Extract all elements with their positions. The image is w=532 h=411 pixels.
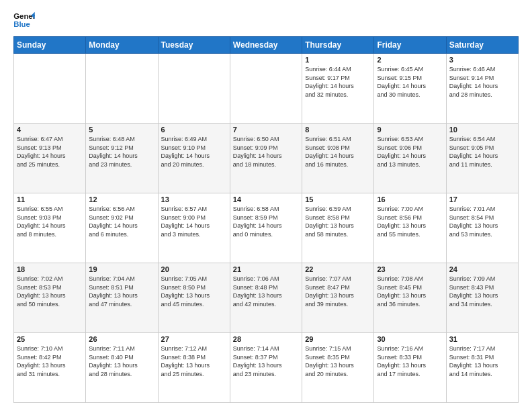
- calendar-cell: 25Sunrise: 7:10 AM Sunset: 8:42 PM Dayli…: [14, 333, 86, 403]
- calendar-cell: 4Sunrise: 6:47 AM Sunset: 9:13 PM Daylig…: [14, 124, 86, 193]
- weekday-header-saturday: Saturday: [446, 37, 518, 54]
- day-number: 12: [89, 195, 154, 203]
- day-number: 6: [161, 126, 227, 134]
- calendar-cell: 7Sunrise: 6:50 AM Sunset: 9:09 PM Daylig…: [230, 124, 302, 193]
- day-number: 22: [305, 265, 371, 273]
- day-info: Sunrise: 7:06 AM Sunset: 8:48 PM Dayligh…: [233, 275, 299, 308]
- day-info: Sunrise: 7:16 AM Sunset: 8:33 PM Dayligh…: [377, 345, 443, 378]
- day-info: Sunrise: 6:46 AM Sunset: 9:14 PM Dayligh…: [449, 65, 515, 99]
- calendar-cell: 10Sunrise: 6:54 AM Sunset: 9:05 PM Dayli…: [446, 124, 518, 193]
- day-number: 2: [377, 56, 443, 64]
- svg-text:Blue: Blue: [13, 20, 30, 28]
- day-info: Sunrise: 7:17 AM Sunset: 8:31 PM Dayligh…: [449, 345, 515, 378]
- day-number: 11: [17, 195, 83, 203]
- calendar-cell: [14, 54, 86, 124]
- week-row-2: 4Sunrise: 6:47 AM Sunset: 9:13 PM Daylig…: [14, 124, 519, 193]
- day-number: 28: [233, 335, 299, 343]
- day-info: Sunrise: 7:12 AM Sunset: 8:38 PM Dayligh…: [161, 345, 227, 378]
- calendar-cell: 20Sunrise: 7:05 AM Sunset: 8:50 PM Dayli…: [158, 263, 230, 333]
- day-number: 10: [449, 126, 515, 134]
- day-number: 17: [449, 195, 515, 203]
- day-info: Sunrise: 7:11 AM Sunset: 8:40 PM Dayligh…: [89, 345, 154, 378]
- day-number: 15: [305, 195, 371, 203]
- header: General Blue: [13, 11, 519, 30]
- calendar-cell: 28Sunrise: 7:14 AM Sunset: 8:37 PM Dayli…: [230, 333, 302, 403]
- day-info: Sunrise: 6:50 AM Sunset: 9:09 PM Dayligh…: [233, 135, 299, 169]
- day-number: 1: [305, 56, 371, 64]
- day-number: 21: [233, 265, 299, 273]
- week-row-1: 1Sunrise: 6:44 AM Sunset: 9:17 PM Daylig…: [14, 54, 519, 124]
- weekday-header-sunday: Sunday: [14, 37, 86, 54]
- weekday-header-tuesday: Tuesday: [158, 37, 230, 54]
- day-info: Sunrise: 7:05 AM Sunset: 8:50 PM Dayligh…: [161, 275, 227, 308]
- logo-icon: General Blue: [13, 11, 35, 30]
- day-info: Sunrise: 6:54 AM Sunset: 9:05 PM Dayligh…: [449, 135, 515, 169]
- day-number: 30: [377, 335, 443, 343]
- calendar-cell: 18Sunrise: 7:02 AM Sunset: 8:53 PM Dayli…: [14, 263, 86, 333]
- day-info: Sunrise: 7:10 AM Sunset: 8:42 PM Dayligh…: [17, 345, 83, 378]
- day-info: Sunrise: 6:55 AM Sunset: 9:03 PM Dayligh…: [17, 205, 83, 238]
- day-number: 25: [17, 335, 83, 343]
- calendar-cell: 15Sunrise: 6:59 AM Sunset: 8:58 PM Dayli…: [302, 193, 374, 263]
- day-info: Sunrise: 7:07 AM Sunset: 8:47 PM Dayligh…: [305, 275, 371, 308]
- day-info: Sunrise: 6:51 AM Sunset: 9:08 PM Dayligh…: [305, 135, 371, 169]
- day-info: Sunrise: 6:53 AM Sunset: 9:06 PM Dayligh…: [377, 135, 443, 169]
- week-row-3: 11Sunrise: 6:55 AM Sunset: 9:03 PM Dayli…: [14, 193, 519, 263]
- page: General Blue SundayMondayTuesdayWednesda…: [0, 0, 532, 411]
- day-number: 14: [233, 195, 299, 203]
- calendar-cell: 16Sunrise: 7:00 AM Sunset: 8:56 PM Dayli…: [374, 193, 446, 263]
- day-info: Sunrise: 7:14 AM Sunset: 8:37 PM Dayligh…: [233, 345, 299, 378]
- calendar-cell: 6Sunrise: 6:49 AM Sunset: 9:10 PM Daylig…: [158, 124, 230, 193]
- day-number: 8: [305, 126, 371, 134]
- day-info: Sunrise: 6:57 AM Sunset: 9:00 PM Dayligh…: [161, 205, 227, 238]
- day-number: 16: [377, 195, 443, 203]
- calendar-cell: 14Sunrise: 6:58 AM Sunset: 8:59 PM Dayli…: [230, 193, 302, 263]
- day-number: 9: [377, 126, 443, 134]
- day-info: Sunrise: 6:56 AM Sunset: 9:02 PM Dayligh…: [89, 205, 154, 238]
- day-number: 31: [449, 335, 515, 343]
- calendar-cell: 12Sunrise: 6:56 AM Sunset: 9:02 PM Dayli…: [86, 193, 158, 263]
- day-number: 20: [161, 265, 227, 273]
- calendar-cell: 21Sunrise: 7:06 AM Sunset: 8:48 PM Dayli…: [230, 263, 302, 333]
- calendar-cell: [230, 54, 302, 124]
- day-info: Sunrise: 6:59 AM Sunset: 8:58 PM Dayligh…: [305, 205, 371, 238]
- week-row-4: 18Sunrise: 7:02 AM Sunset: 8:53 PM Dayli…: [14, 263, 519, 333]
- day-number: 19: [89, 265, 154, 273]
- day-info: Sunrise: 6:48 AM Sunset: 9:12 PM Dayligh…: [89, 135, 154, 169]
- calendar-cell: 8Sunrise: 6:51 AM Sunset: 9:08 PM Daylig…: [302, 124, 374, 193]
- day-info: Sunrise: 7:01 AM Sunset: 8:54 PM Dayligh…: [449, 205, 515, 238]
- day-number: 24: [449, 265, 515, 273]
- day-number: 7: [233, 126, 299, 134]
- calendar-cell: 2Sunrise: 6:45 AM Sunset: 9:15 PM Daylig…: [374, 54, 446, 124]
- day-info: Sunrise: 7:02 AM Sunset: 8:53 PM Dayligh…: [17, 275, 83, 308]
- logo: General Blue: [13, 11, 35, 30]
- day-info: Sunrise: 7:15 AM Sunset: 8:35 PM Dayligh…: [305, 345, 371, 378]
- day-info: Sunrise: 6:58 AM Sunset: 8:59 PM Dayligh…: [233, 205, 299, 238]
- calendar-cell: 26Sunrise: 7:11 AM Sunset: 8:40 PM Dayli…: [86, 333, 158, 403]
- day-number: 3: [449, 56, 515, 64]
- calendar-cell: 3Sunrise: 6:46 AM Sunset: 9:14 PM Daylig…: [446, 54, 518, 124]
- day-number: 29: [305, 335, 371, 343]
- calendar-cell: 11Sunrise: 6:55 AM Sunset: 9:03 PM Dayli…: [14, 193, 86, 263]
- day-number: 18: [17, 265, 83, 273]
- calendar-cell: 30Sunrise: 7:16 AM Sunset: 8:33 PM Dayli…: [374, 333, 446, 403]
- day-number: 27: [161, 335, 227, 343]
- calendar-cell: 23Sunrise: 7:08 AM Sunset: 8:45 PM Dayli…: [374, 263, 446, 333]
- day-info: Sunrise: 6:47 AM Sunset: 9:13 PM Dayligh…: [17, 135, 83, 169]
- day-info: Sunrise: 6:44 AM Sunset: 9:17 PM Dayligh…: [305, 65, 371, 99]
- weekday-header-wednesday: Wednesday: [230, 37, 302, 54]
- calendar-cell: [86, 54, 158, 124]
- calendar-cell: 29Sunrise: 7:15 AM Sunset: 8:35 PM Dayli…: [302, 333, 374, 403]
- day-number: 26: [89, 335, 154, 343]
- day-info: Sunrise: 6:49 AM Sunset: 9:10 PM Dayligh…: [161, 135, 227, 169]
- day-number: 4: [17, 126, 83, 134]
- calendar-cell: 13Sunrise: 6:57 AM Sunset: 9:00 PM Dayli…: [158, 193, 230, 263]
- calendar-cell: 22Sunrise: 7:07 AM Sunset: 8:47 PM Dayli…: [302, 263, 374, 333]
- svg-text:General: General: [13, 12, 35, 20]
- calendar-table: SundayMondayTuesdayWednesdayThursdayFrid…: [13, 36, 519, 403]
- calendar-cell: 1Sunrise: 6:44 AM Sunset: 9:17 PM Daylig…: [302, 54, 374, 124]
- day-info: Sunrise: 7:04 AM Sunset: 8:51 PM Dayligh…: [89, 275, 154, 308]
- calendar-cell: 5Sunrise: 6:48 AM Sunset: 9:12 PM Daylig…: [86, 124, 158, 193]
- week-row-5: 25Sunrise: 7:10 AM Sunset: 8:42 PM Dayli…: [14, 333, 519, 403]
- calendar-cell: [158, 54, 230, 124]
